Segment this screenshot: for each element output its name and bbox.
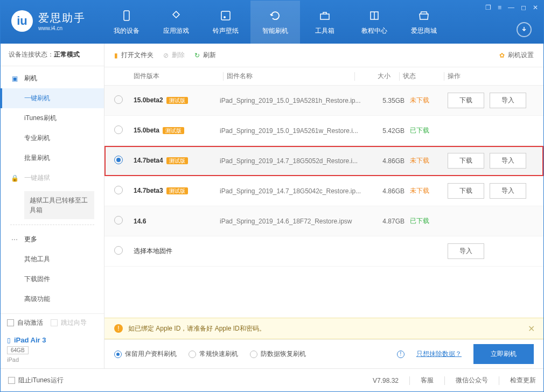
toolbar: ▮打开文件夹 ⊘删除 ↻刷新 ✿刷机设置 — [104, 44, 543, 67]
th-status: 状态 — [403, 72, 441, 81]
sidebar-item[interactable]: 批量刷机 — [1, 148, 104, 168]
sidebar-item[interactable]: iTunes刷机 — [1, 108, 104, 128]
info-icon: ! — [397, 351, 404, 358]
logo-subtitle: www.i4.cn — [38, 25, 86, 31]
open-folder-button[interactable]: ▮打开文件夹 — [114, 51, 154, 60]
delete-button[interactable]: ⊘删除 — [163, 51, 185, 60]
svg-rect-1 — [221, 11, 230, 20]
delete-icon: ⊘ — [163, 52, 169, 59]
toolbox-icon — [318, 9, 331, 22]
download-button[interactable]: 下载 — [448, 153, 484, 169]
win-menu-icon[interactable]: ≡ — [498, 4, 501, 11]
win-shirt-icon[interactable]: ❐ — [485, 4, 491, 11]
nav-toolbox[interactable]: 工具箱 — [300, 1, 350, 44]
nav-refresh[interactable]: 智能刷机 — [250, 1, 300, 44]
row-radio[interactable] — [114, 95, 123, 104]
table-row[interactable]: 15.0beta测试版iPad_Spring_2019_15.0_19A5261… — [104, 116, 543, 146]
table-row[interactable]: 14.7beta3测试版iPad_Spring_2019_14.7_18G504… — [104, 176, 543, 206]
nav-music[interactable]: 铃声壁纸 — [201, 1, 250, 44]
jailbreak-note: 越狱工具已转移至工具箱 — [24, 191, 94, 219]
sidebar-item[interactable]: 一键刷机 — [1, 88, 104, 108]
option-radio[interactable] — [114, 351, 122, 358]
sidebar-more-head[interactable]: ⋯ 更多 — [1, 229, 104, 249]
win-max-icon[interactable]: ◻ — [521, 4, 526, 11]
import-button[interactable]: 导入 — [490, 153, 526, 169]
check-update-link[interactable]: 检查更新 — [510, 376, 536, 385]
nav-phone[interactable]: 我的设备 — [102, 1, 151, 44]
nav-apps[interactable]: 应用游戏 — [151, 1, 201, 44]
sidebar-jailbreak-title: 一键越狱 — [24, 173, 50, 183]
gear-icon: ✿ — [499, 52, 505, 59]
sidebar-jailbreak-head: 🔒 一键越狱 — [1, 168, 104, 188]
action-bar: 保留用户资料刷机常规快速刷机防数据恢复刷机 ! 只想抹除数据？ 立即刷机 — [104, 339, 543, 368]
sidebar-item[interactable]: 其他工具 — [1, 249, 104, 269]
skip-guide-label: 跳过向导 — [61, 318, 87, 327]
download-indicator-icon[interactable] — [517, 22, 532, 37]
device-capacity: 64GB — [7, 346, 29, 354]
row-radio[interactable] — [114, 125, 123, 134]
book-icon — [368, 9, 381, 22]
firmware-table: 15.0beta2测试版iPad_Spring_2019_15.0_19A528… — [104, 86, 543, 267]
footer: 阻止iTunes运行 V7.98.32 客服 微信公众号 检查更新 — [1, 368, 543, 392]
device-type: iPad — [7, 356, 97, 363]
refresh-button[interactable]: ↻刷新 — [194, 51, 216, 60]
block-itunes-checkbox[interactable]: 阻止iTunes运行 — [8, 376, 64, 385]
flash-option[interactable]: 常规快速刷机 — [189, 349, 238, 359]
connection-status: 设备连接状态：正常模式 — [1, 44, 104, 66]
option-radio[interactable] — [250, 351, 257, 358]
win-min-icon[interactable]: — — [508, 4, 514, 11]
th-name: 固件名称 — [227, 72, 351, 81]
svg-rect-0 — [124, 11, 129, 20]
erase-link[interactable]: 只想抹除数据？ — [416, 349, 462, 359]
service-link[interactable]: 客服 — [421, 376, 434, 385]
row-radio[interactable] — [114, 156, 123, 164]
flash-settings-button[interactable]: ✿刷机设置 — [499, 51, 534, 60]
th-ops: 操作 — [448, 72, 534, 81]
import-button[interactable]: 导入 — [490, 93, 526, 108]
svg-rect-3 — [320, 14, 329, 19]
import-button[interactable]: 导入 — [490, 183, 526, 199]
table-header: 固件版本 固件名称 大小 状态 操作 — [104, 67, 543, 86]
sidebar-flash-head[interactable]: ▣ 刷机 — [1, 68, 104, 88]
logo-title: 爱思助手 — [38, 11, 86, 25]
win-close-icon[interactable]: ✕ — [533, 4, 538, 11]
store-icon — [417, 9, 430, 22]
divider — [10, 225, 94, 225]
notice-bar: ! 如已绑定 Apple ID，请准备好 Apple ID和密码。 ✕ — [104, 318, 543, 339]
flash-icon: ▣ — [10, 75, 19, 82]
flash-option[interactable]: 防数据恢复刷机 — [250, 349, 306, 359]
main-nav: 我的设备应用游戏铃声壁纸智能刷机工具箱教程中心爱思商城 — [102, 1, 449, 44]
option-radio[interactable] — [189, 351, 196, 358]
version-label: V7.98.32 — [373, 377, 399, 384]
nav-store[interactable]: 爱思商城 — [399, 1, 449, 44]
auto-activate-checkbox[interactable]: 自动激活 — [7, 318, 43, 327]
row-radio[interactable] — [114, 246, 123, 255]
device-info[interactable]: ▯iPad Air 3 64GB iPad — [1, 332, 104, 368]
download-button[interactable]: 下载 — [448, 93, 484, 108]
conn-label: 设备连接状态： — [9, 51, 54, 58]
row-radio[interactable] — [114, 216, 123, 225]
table-row[interactable]: 14.6iPad_Spring_2019_14.6_18F72_Restore.… — [104, 206, 543, 236]
th-version: 固件版本 — [134, 72, 220, 81]
close-notice-icon[interactable]: ✕ — [528, 324, 535, 334]
local-firmware-row[interactable]: 选择本地固件导入 — [104, 236, 543, 267]
svg-point-2 — [224, 16, 226, 18]
table-row[interactable]: 14.7beta4测试版iPad_Spring_2019_14.7_18G505… — [104, 146, 543, 176]
skip-guide-checkbox[interactable]: 跳过向导 — [51, 318, 87, 327]
sidebar-item[interactable]: 下载固件 — [1, 269, 104, 289]
more-icon: ⋯ — [10, 236, 19, 243]
row-radio[interactable] — [114, 186, 123, 194]
wechat-link[interactable]: 微信公众号 — [456, 376, 488, 385]
nav-book[interactable]: 教程中心 — [350, 1, 399, 44]
download-button[interactable]: 下载 — [448, 183, 484, 199]
table-row[interactable]: 15.0beta2测试版iPad_Spring_2019_15.0_19A528… — [104, 86, 543, 116]
sidebar: 设备连接状态：正常模式 ▣ 刷机 一键刷机iTunes刷机专业刷机批量刷机 🔒 … — [1, 44, 104, 368]
app-header: iu 爱思助手 www.i4.cn 我的设备应用游戏铃声壁纸智能刷机工具箱教程中… — [1, 1, 543, 44]
sidebar-item[interactable]: 专业刷机 — [1, 128, 104, 148]
music-icon — [219, 9, 232, 22]
phone-icon — [120, 9, 133, 22]
sidebar-item[interactable]: 高级功能 — [1, 289, 104, 309]
import-button[interactable]: 导入 — [448, 243, 484, 259]
flash-option[interactable]: 保留用户资料刷机 — [114, 349, 177, 359]
flash-now-button[interactable]: 立即刷机 — [473, 344, 534, 364]
